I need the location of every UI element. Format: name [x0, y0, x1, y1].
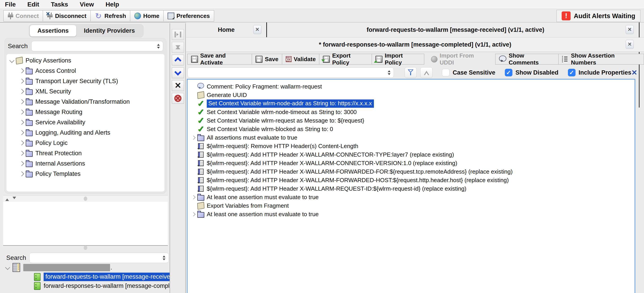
- splitter-grip[interactable]: [84, 245, 87, 250]
- policy-assertion-row[interactable]: Set Context Variable wlrm-request as Mes…: [188, 116, 634, 125]
- chevron-right-icon[interactable]: [191, 195, 195, 199]
- splitter-grip[interactable]: [84, 196, 87, 201]
- view-menu[interactable]: View: [80, 1, 94, 8]
- access-control-tree-item[interactable]: Access Control: [6, 66, 164, 76]
- policy-assertion-row[interactable]: All assertions must evaluate to true: [188, 133, 634, 142]
- refresh-button[interactable]: Refresh: [90, 10, 130, 22]
- policy-assertion-row[interactable]: At least one assertion must evaluate to …: [188, 210, 634, 218]
- clear-filter-button[interactable]: ✕: [631, 68, 637, 77]
- forward-requests-to-wallarm-message-received-policy-node[interactable]: forward-requests-to-wallarm [message-rec…: [3, 272, 173, 281]
- chevron-down-icon[interactable]: [10, 58, 14, 63]
- header-icon: [198, 160, 204, 166]
- palette-search-stepper[interactable]: [155, 43, 162, 50]
- logging-auditing-and-alerts-tree-item[interactable]: Logging, Auditing and Alerts: [6, 127, 164, 138]
- save-and-activate-button[interactable]: Save and Activate: [187, 54, 252, 65]
- file-menu[interactable]: File: [5, 1, 16, 8]
- chevron-right-icon[interactable]: [19, 171, 24, 176]
- chevron-right-icon[interactable]: [19, 120, 24, 125]
- assertion-action-button[interactable]: [172, 93, 184, 104]
- xml-security-tree-item[interactable]: XML Security: [6, 86, 164, 97]
- policy-templates-tree-item[interactable]: Policy Templates: [6, 169, 164, 179]
- assertion-filter-combo[interactable]: [188, 67, 394, 78]
- policy-assertion-row[interactable]: ${wlrm-request}: Add HTTP Header X-WALLA…: [188, 150, 634, 159]
- policy-assertion-row[interactable]: Set Context Variable wlrm-blocked as Str…: [188, 125, 634, 133]
- chevron-right-icon[interactable]: [19, 68, 24, 74]
- threat-protection-tree-item[interactable]: Threat Protection: [6, 148, 164, 158]
- policy-assertion-row[interactable]: ${wlrm-request}: Remove HTTP Header(s) C…: [188, 142, 634, 150]
- chevron-right-icon[interactable]: [191, 136, 195, 140]
- assertion-action-button[interactable]: [172, 55, 184, 65]
- policy-assertion-row[interactable]: ${wlrm-request}: Add HTTP Header X-WALLA…: [188, 176, 634, 184]
- validate-button[interactable]: Validate: [282, 54, 320, 65]
- splitter-lower[interactable]: [3, 246, 168, 250]
- disconnect-button[interactable]: Disconnect: [43, 10, 91, 22]
- checkbox-box[interactable]: [505, 69, 512, 76]
- assertion-action-button[interactable]: [172, 42, 184, 53]
- export-policy-button[interactable]: Export Policy: [319, 54, 372, 65]
- splitter-upper[interactable]: [3, 195, 168, 202]
- tab-home[interactable]: Home: [186, 23, 266, 37]
- assertions-tab[interactable]: Assertions: [30, 25, 76, 37]
- help-menu[interactable]: Help: [106, 1, 119, 8]
- show-disabled-checkbox[interactable]: Show Disabled: [505, 69, 558, 76]
- policy-assertion-row[interactable]: At least one assertion must evaluate to …: [188, 193, 634, 201]
- include-properties-checkbox[interactable]: Include Properties: [568, 69, 632, 76]
- chevron-right-icon[interactable]: [19, 79, 24, 84]
- tasks-menu[interactable]: Tasks: [51, 1, 68, 8]
- case-sensitive-checkbox[interactable]: Case Sensitive: [442, 69, 496, 76]
- checkbox-box[interactable]: [442, 69, 450, 76]
- policy-assertion-row[interactable]: Set Context Variable wlrm-node-timeout a…: [188, 108, 634, 116]
- policy-assertion-row[interactable]: ${wlrm-request}: Add HTTP Header X-WALLA…: [188, 184, 634, 193]
- tree-root-policy-assertions[interactable]: Policy Assertions: [6, 55, 164, 66]
- close-tab-button[interactable]: [626, 40, 634, 49]
- message-validation-transformation-tree-item[interactable]: Message Validation/Transformation: [6, 97, 164, 107]
- tab-forward-requests[interactable]: forward-requests-to-wallarm [message-rec…: [267, 23, 644, 37]
- policy-assertion-row[interactable]: Generate UUID: [188, 91, 634, 99]
- policy-assertion-row[interactable]: Export Variables from Fragment: [188, 201, 634, 210]
- chevron-right-icon[interactable]: [19, 89, 24, 94]
- save-button[interactable]: Save: [252, 54, 282, 65]
- chevron-right-icon[interactable]: [19, 161, 24, 166]
- chevron-down-icon[interactable]: [5, 265, 10, 270]
- chevron-right-icon[interactable]: [19, 140, 24, 146]
- message-routing-tree-item[interactable]: Message Routing: [6, 107, 164, 117]
- policy-assertion-row[interactable]: ${wlrm-request}: Add HTTP Header X-WALLA…: [188, 167, 634, 176]
- service-availability-tree-item[interactable]: Service Availability: [6, 117, 164, 127]
- chevron-right-icon[interactable]: [19, 110, 24, 115]
- internal-assertions-tree-item[interactable]: Internal Assertions: [6, 158, 164, 169]
- preferences-button[interactable]: Preferences: [163, 10, 214, 22]
- edit-menu[interactable]: Edit: [27, 1, 39, 8]
- show-comments-button[interactable]: Show Comments: [495, 54, 559, 65]
- home-button[interactable]: Home: [130, 10, 164, 22]
- identity-providers-tab[interactable]: Identity Providers: [76, 25, 142, 37]
- sort-button[interactable]: [420, 67, 432, 78]
- filter-button[interactable]: [404, 67, 417, 78]
- transport-layer-security-tls-tree-item[interactable]: Transport Layer Security (TLS): [6, 76, 164, 86]
- assertion-action-button[interactable]: [172, 67, 184, 78]
- services-search-stepper[interactable]: [160, 254, 168, 262]
- policy-assertion-row[interactable]: Comment: Policy Fragment: wallarm-reques…: [188, 82, 634, 91]
- assertion-action-button[interactable]: [172, 29, 184, 40]
- checkbox-box[interactable]: [568, 69, 576, 76]
- collapse-up-icon[interactable]: [5, 197, 9, 201]
- policy-logic-tree-item[interactable]: Policy Logic: [6, 138, 164, 148]
- chevron-right-icon[interactable]: [19, 99, 24, 104]
- connect-button[interactable]: Connect: [3, 10, 43, 22]
- audit-alerts-button[interactable]: Audit Alerts Waiting: [556, 10, 640, 22]
- palette-search-input[interactable]: [32, 41, 155, 51]
- assertion-action-button[interactable]: [172, 80, 184, 91]
- close-tab-button[interactable]: [626, 25, 634, 34]
- combo-stepper[interactable]: [386, 69, 393, 76]
- policy-assertion-row[interactable]: ${wlrm-request}: Add HTTP Header X-WALLA…: [188, 159, 634, 167]
- show-assertion-numbers-button[interactable]: Show Assertion Numbers: [558, 54, 644, 65]
- import-policy-button[interactable]: Import Policy: [372, 54, 424, 65]
- policy-assertion-row[interactable]: Set Context Variable wlrm-node-addr as S…: [188, 99, 634, 108]
- chevron-right-icon[interactable]: [191, 212, 195, 216]
- services-search-input[interactable]: [30, 253, 160, 263]
- chevron-right-icon[interactable]: [19, 151, 24, 156]
- chevron-right-icon[interactable]: [19, 130, 24, 135]
- collapse-down-icon[interactable]: [12, 197, 16, 201]
- gateway-root-node[interactable]: .: [3, 262, 173, 272]
- forward-responses-to-wallarm-message-completed-policy-node[interactable]: forward-responses-to-wallarm [message-co…: [3, 281, 173, 290]
- close-tab-button[interactable]: [253, 25, 261, 34]
